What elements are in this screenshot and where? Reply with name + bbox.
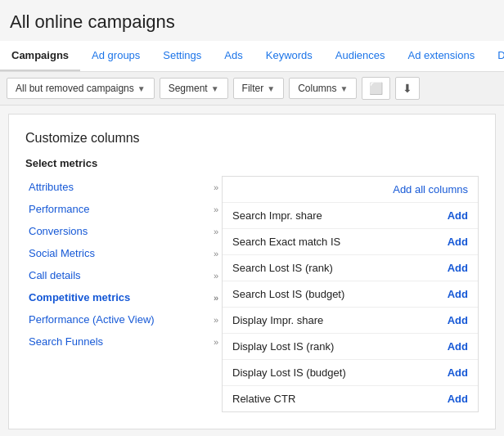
metric-item-performance-active-view[interactable]: Performance (Active View) » [25,308,222,330]
tabs-bar: Campaigns Ad groups Settings Ads Keyword… [0,41,504,72]
toolbar: All but removed campaigns ▼ Segment ▼ Fi… [0,72,504,106]
tab-keywords[interactable]: Keywords [254,41,324,71]
metric-item-social-metrics[interactable]: Social Metrics » [25,242,222,264]
metrics-detail-panel: Add all columns Search Impr. share Add S… [222,176,479,412]
metric-row: Search Lost IS (budget) Add [223,281,478,308]
filter-btn[interactable]: Filter ▼ [233,78,285,99]
add-display-impr-share-link[interactable]: Add [448,314,468,326]
filter-campaigns-btn[interactable]: All but removed campaigns ▼ [7,78,155,99]
chart-icon: ⬜ [369,82,383,95]
metric-item-performance[interactable]: Performance » [25,198,222,220]
tab-audiences[interactable]: Audiences [324,41,397,71]
add-all-columns-link[interactable]: Add all columns [393,183,468,196]
chevron-right-icon: » [214,249,218,258]
chevron-right-icon: » [214,182,218,192]
metric-item-conversions[interactable]: Conversions » [25,220,222,242]
add-search-impr-share-link[interactable]: Add [448,209,468,222]
metric-row: Search Lost IS (rank) Add [223,255,478,281]
tab-ad-groups[interactable]: Ad groups [80,41,151,71]
metric-item-competitive-metrics[interactable]: Competitive metrics » [25,286,222,308]
page-title: All online campaigns [0,0,504,41]
chevron-right-icon: » [214,205,218,214]
chevron-right-icon: » [214,293,218,303]
customize-columns-title: Customize columns [25,131,479,146]
customize-columns-panel: Customize columns Select metrics Attribu… [8,114,496,429]
chevron-right-icon: » [214,227,218,236]
add-search-lost-rank-link[interactable]: Add [448,262,468,274]
chevron-right-icon: » [214,315,218,325]
metrics-list: Attributes » Performance » Conversions »… [25,176,222,412]
add-search-lost-budget-link[interactable]: Add [448,288,468,300]
select-metrics-label: Select metrics [25,157,479,169]
chevron-down-icon: ▼ [211,84,219,93]
metric-item-call-details[interactable]: Call details » [25,264,222,286]
segment-btn[interactable]: Segment ▼ [160,78,228,99]
metric-row: Display Lost IS (rank) Add [223,334,478,360]
tab-campaigns[interactable]: Campaigns [0,41,80,71]
add-search-exact-match-link[interactable]: Add [448,236,468,248]
metric-item-attributes[interactable]: Attributes » [25,176,222,198]
chevron-down-icon: ▼ [267,84,275,93]
metric-row: Relative CTR Add [223,386,478,411]
download-icon: ⬇ [403,82,412,95]
add-all-row: Add all columns [223,177,478,203]
download-icon-btn[interactable]: ⬇ [395,77,420,100]
metric-row: Search Exact match IS Add [223,229,478,255]
metric-row: Display Lost IS (budget) Add [223,360,478,386]
tab-ads[interactable]: Ads [213,41,254,71]
add-relative-ctr-link[interactable]: Add [448,393,468,405]
add-display-lost-rank-link[interactable]: Add [448,340,468,353]
chevron-down-icon: ▼ [340,84,349,93]
chevron-right-icon: » [214,337,218,347]
columns-layout: Attributes » Performance » Conversions »… [25,176,479,412]
tab-dimensions[interactable]: Dimens... [486,41,504,71]
tab-ad-extensions[interactable]: Ad extensions [397,41,487,71]
metric-row: Search Impr. share Add [223,203,478,229]
tab-settings[interactable]: Settings [151,41,213,71]
metric-row: Display Impr. share Add [223,308,478,334]
chevron-down-icon: ▼ [137,84,146,93]
add-display-lost-budget-link[interactable]: Add [448,366,468,379]
metric-item-search-funnels[interactable]: Search Funnels » [25,330,222,353]
columns-btn[interactable]: Columns ▼ [289,78,357,99]
chart-icon-btn[interactable]: ⬜ [362,77,390,100]
chevron-right-icon: » [214,271,218,281]
